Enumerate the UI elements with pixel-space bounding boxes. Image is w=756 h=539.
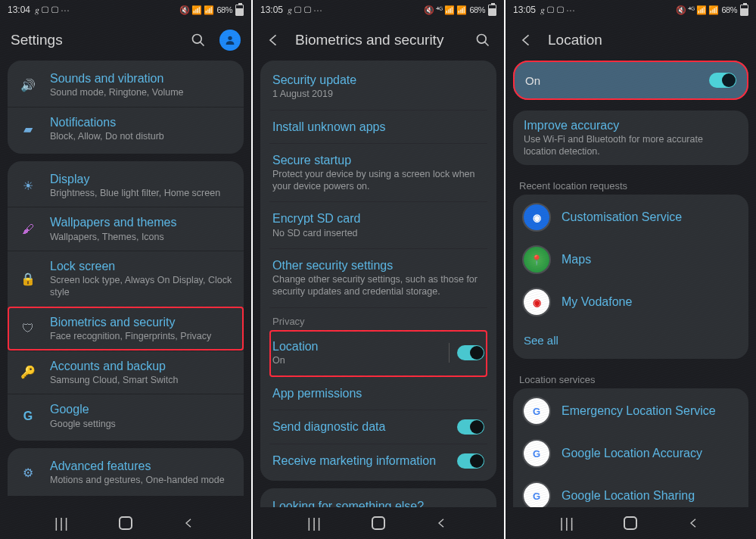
volume-icon: 🔊: [18, 78, 38, 92]
improve-accuracy-card[interactable]: Improve accuracy Use Wi-Fi and Bluetooth…: [513, 111, 748, 165]
header: Settings: [0, 20, 251, 61]
app-row-customisation[interactable]: ◉ Customisation Service: [519, 196, 742, 238]
header: Location: [506, 20, 756, 61]
gear-icon: ⚙: [18, 466, 38, 480]
search-icon[interactable]: [472, 30, 493, 51]
app-row-maps[interactable]: 📍 Maps: [519, 238, 742, 281]
marketing-toggle[interactable]: [457, 453, 484, 469]
nav-home[interactable]: [363, 516, 394, 530]
back-button[interactable]: [516, 30, 537, 51]
status-icons-right: 🔇 ⁴ᴳ 📶 📶: [424, 5, 466, 15]
status-icons-right: 🔇 📶 📶: [179, 5, 214, 15]
back-button[interactable]: [263, 30, 285, 51]
settings-row-biometrics[interactable]: 🛡 Biometrics and security Face recogniti…: [8, 307, 244, 351]
header: Biometrics and security: [253, 20, 504, 61]
status-bar: 13:05 𝑔 ▢ ▢ ⋯ 🔇 ⁴ᴳ 📶 📶 68%: [506, 0, 756, 20]
status-icons-right: 🔇 ⁴ᴳ 📶 📶: [676, 5, 718, 15]
recent-apps-card: ◉ Customisation Service 📍 Maps ◉ My Voda…: [513, 195, 748, 359]
diagnostic-toggle[interactable]: [457, 419, 484, 435]
status-icons-left: 𝑔 ▢ ▢ ⋯: [35, 5, 70, 15]
master-toggle-switch[interactable]: [709, 73, 736, 88]
nav-back[interactable]: [174, 517, 204, 529]
service-row-accuracy[interactable]: G Google Location Accuracy: [519, 432, 742, 475]
biometrics-screen: 13:05 𝑔 ▢ ▢ ⋯ 🔇 ⁴ᴳ 📶 📶 68% Biometrics an…: [253, 0, 504, 539]
security-list[interactable]: Security update 1 August 2019 Install un…: [253, 61, 504, 507]
settings-list[interactable]: 🔊 Sounds and vibration Sound mode, Ringt…: [0, 61, 251, 507]
app-row-vodafone[interactable]: ◉ My Vodafone: [519, 281, 742, 323]
settings-row-notifications[interactable]: ▰ Notifications Block, Allow, Do not dis…: [8, 107, 244, 151]
battery-pct: 68%: [469, 5, 485, 14]
row-secure-startup[interactable]: Secure startup Protect your device by us…: [269, 144, 487, 202]
battery-icon: [235, 5, 244, 16]
key-icon: 🔑: [18, 365, 38, 379]
app-icon: 📍: [524, 247, 549, 273]
nav-recents[interactable]: |||: [47, 516, 77, 531]
app-icon: ◉: [524, 204, 549, 230]
search-icon[interactable]: [188, 30, 209, 51]
security-group-top: Security update 1 August 2019 Install un…: [260, 61, 496, 481]
settings-row-sounds[interactable]: 🔊 Sounds and vibration Sound mode, Ringt…: [8, 64, 244, 107]
row-other-security[interactable]: Other security settings Change other sec…: [269, 249, 487, 307]
profile-avatar[interactable]: [219, 30, 241, 51]
settings-row-accounts[interactable]: 🔑 Accounts and backup Samsung Cloud, Sma…: [8, 351, 244, 394]
battery-icon: [740, 5, 748, 16]
display-icon: ☀: [18, 179, 38, 193]
service-row-sharing[interactable]: G Google Location Sharing: [519, 475, 742, 507]
footer-card[interactable]: Looking for something else?: [260, 488, 496, 507]
nav-back[interactable]: [679, 517, 709, 529]
settings-row-display[interactable]: ☀ Display Brightness, Blue light filter,…: [8, 164, 244, 207]
nav-home[interactable]: [110, 516, 141, 530]
battery-pct: 68%: [216, 5, 232, 14]
page-title: Settings: [11, 32, 177, 48]
location-list[interactable]: On Improve accuracy Use Wi-Fi and Blueto…: [506, 61, 756, 507]
recent-section-label: Recent location requests: [513, 173, 748, 195]
see-all-link[interactable]: See all: [519, 323, 742, 357]
nav-recents[interactable]: |||: [300, 516, 330, 531]
row-app-permissions[interactable]: App permissions: [269, 377, 487, 410]
footer-link[interactable]: Looking for something else?: [272, 499, 484, 507]
lock-icon: 🔒: [18, 272, 38, 286]
settings-group-2: ☀ Display Brightness, Blue light filter,…: [8, 161, 244, 441]
shield-icon: 🛡: [18, 322, 38, 335]
service-row-emergency[interactable]: G Emergency Location Service: [519, 390, 742, 432]
location-screen: 13:05 𝑔 ▢ ▢ ⋯ 🔇 ⁴ᴳ 📶 📶 68% Location On I…: [506, 0, 756, 539]
settings-row-lockscreen[interactable]: 🔒 Lock screen Screen lock type, Always O…: [8, 251, 244, 306]
row-encrypt-sd[interactable]: Encrypt SD card No SD card inserted: [269, 202, 487, 249]
settings-group-3: ⚙ Advanced features Motions and gestures…: [8, 448, 244, 496]
battery-pct: 68%: [721, 5, 737, 14]
nav-back[interactable]: [427, 517, 457, 529]
svg-point-1: [228, 36, 232, 40]
nav-home[interactable]: [615, 516, 646, 530]
nav-bar: |||: [506, 507, 756, 539]
row-marketing[interactable]: Receive marketing information: [269, 444, 487, 478]
row-security-update[interactable]: Security update 1 August 2019: [269, 64, 487, 111]
settings-row-wallpapers[interactable]: 🖌 Wallpapers and themes Wallpapers, Them…: [8, 207, 244, 251]
google-icon: G: [524, 398, 549, 424]
google-icon: G: [18, 410, 38, 423]
settings-row-google[interactable]: G Google Google settings: [8, 394, 244, 438]
nav-recents[interactable]: |||: [552, 516, 583, 531]
settings-group-1: 🔊 Sounds and vibration Sound mode, Ringt…: [8, 61, 244, 154]
page-title: Location: [548, 32, 745, 48]
battery-icon: [488, 5, 496, 16]
clock: 13:05: [513, 5, 536, 15]
location-services-card: G Emergency Location Service G Google Lo…: [513, 388, 748, 507]
wallpaper-icon: 🖌: [18, 223, 38, 236]
row-install-unknown[interactable]: Install unknown apps: [269, 111, 487, 144]
status-bar: 13:05 𝑔 ▢ ▢ ⋯ 🔇 ⁴ᴳ 📶 📶 68%: [253, 0, 504, 20]
clock: 13:04: [8, 5, 30, 15]
google-icon: G: [524, 483, 549, 507]
settings-screen: 13:04 𝑔 ▢ ▢ ⋯ 🔇 📶 📶 68% Settings 🔊 Sound…: [0, 0, 251, 539]
svg-point-2: [478, 35, 487, 44]
page-title: Biometrics and security: [295, 32, 462, 48]
row-diagnostic[interactable]: Send diagnostic data: [269, 410, 487, 444]
location-master-toggle[interactable]: On: [513, 61, 748, 100]
nav-bar: |||: [253, 507, 504, 539]
row-location[interactable]: Location On: [269, 330, 487, 377]
notifications-icon: ▰: [18, 122, 38, 136]
app-icon: ◉: [524, 289, 549, 315]
settings-row-advanced[interactable]: ⚙ Advanced features Motions and gestures…: [8, 451, 244, 494]
status-icons-left: 𝑔 ▢ ▢ ⋯: [288, 5, 322, 15]
status-icons-left: 𝑔 ▢ ▢ ⋯: [540, 5, 575, 15]
location-toggle[interactable]: [457, 345, 484, 360]
